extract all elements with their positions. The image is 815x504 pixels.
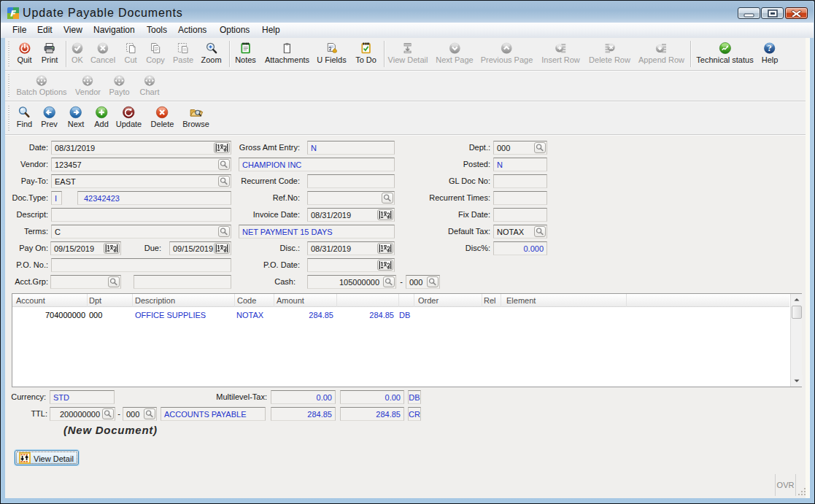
svg-text:?: ? <box>768 43 772 53</box>
